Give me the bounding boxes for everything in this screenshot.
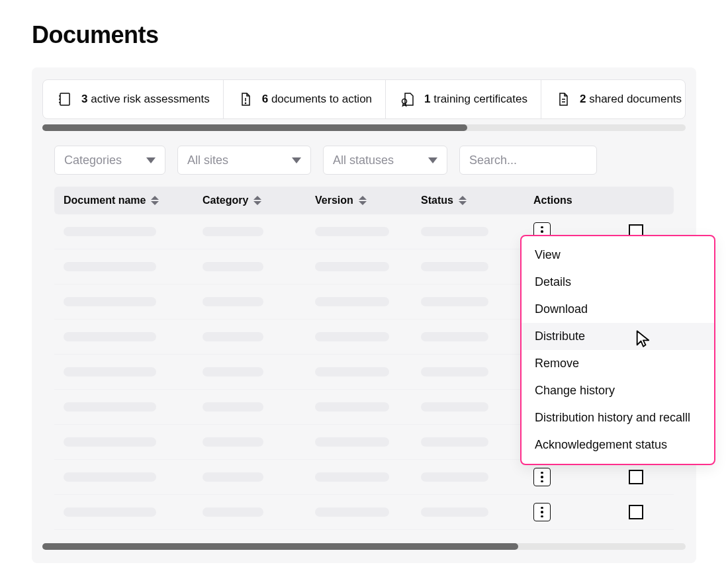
placeholder-doc-name (64, 402, 156, 412)
sort-icon (359, 196, 367, 205)
menu-item-details[interactable]: Details (522, 269, 714, 296)
placeholder-version (315, 297, 389, 306)
search-input[interactable] (459, 146, 597, 175)
sites-select[interactable]: All sites (177, 146, 311, 175)
placeholder-doc-name (64, 297, 156, 306)
chevron-down-icon (292, 157, 301, 163)
statuses-select[interactable]: All statuses (323, 146, 447, 175)
sort-icon (459, 196, 467, 205)
placeholder-version (315, 437, 389, 447)
placeholder-category (203, 227, 263, 236)
table-scrollbar-thumb[interactable] (42, 543, 518, 550)
statuses-select-label: All statuses (333, 153, 394, 167)
placeholder-category (203, 507, 263, 517)
col-header-document-name[interactable]: Document name (64, 195, 203, 206)
sites-select-label: All sites (187, 153, 228, 167)
document-alert-icon (237, 91, 254, 108)
menu-item-distribute[interactable]: Distribute (522, 323, 714, 350)
actions-context-menu: ViewDetailsDownloadDistributeRemoveChang… (520, 235, 715, 465)
placeholder-doc-name (64, 507, 156, 517)
menu-item-remove[interactable]: Remove (522, 350, 714, 377)
row-actions-button[interactable] (533, 468, 551, 486)
placeholder-category (203, 262, 263, 271)
placeholder-status (421, 402, 488, 412)
placeholder-doc-name (64, 367, 156, 376)
menu-item-distribution-history-and-recalll[interactable]: Distribution history and recalll (522, 404, 714, 431)
stat-card-documents-to-action[interactable]: 6 documents to action (224, 80, 386, 118)
stat-scrollbar-thumb[interactable] (42, 124, 467, 131)
placeholder-doc-name (64, 332, 156, 341)
row-checkbox[interactable] (629, 470, 643, 484)
placeholder-status (421, 332, 488, 341)
certificate-icon (399, 91, 416, 108)
placeholder-doc-name (64, 472, 156, 482)
stat-cards-row: 3 active risk assessments 6 documents to… (42, 79, 686, 119)
placeholder-status (421, 507, 488, 517)
placeholder-version (315, 472, 389, 482)
placeholder-category (203, 472, 263, 482)
notebook-icon (56, 91, 73, 108)
table-row (54, 495, 674, 530)
table-scrollbar-track[interactable] (42, 543, 686, 550)
stat-card-training-certificates[interactable]: 1 training certificates (386, 80, 541, 118)
row-checkbox[interactable] (629, 505, 643, 519)
placeholder-doc-name (64, 437, 156, 447)
placeholder-category (203, 297, 263, 306)
placeholder-category (203, 367, 263, 376)
placeholder-status (421, 472, 488, 482)
stat-scrollbar-track[interactable] (42, 124, 686, 131)
placeholder-category (203, 332, 263, 341)
placeholder-version (315, 402, 389, 412)
svg-point-5 (245, 103, 246, 103)
row-actions-button[interactable] (533, 503, 551, 521)
svg-rect-0 (60, 93, 69, 105)
categories-select[interactable]: Categories (54, 146, 165, 175)
menu-item-download[interactable]: Download (522, 296, 714, 323)
placeholder-version (315, 227, 389, 236)
placeholder-version (315, 332, 389, 341)
table-header: Document name Category Version Status Ac… (54, 187, 674, 214)
stat-text: 6 documents to action (262, 93, 372, 106)
placeholder-status (421, 437, 488, 447)
col-header-status[interactable]: Status (421, 195, 533, 206)
stat-card-shared-documents[interactable]: 2 shared documents (541, 80, 686, 118)
placeholder-version (315, 262, 389, 271)
stat-text: 1 training certificates (424, 93, 527, 106)
menu-item-view[interactable]: View (522, 241, 714, 269)
document-icon (555, 91, 572, 108)
placeholder-status (421, 297, 488, 306)
stat-text: 3 active risk assessments (81, 93, 210, 106)
stat-card-risk-assessments[interactable]: 3 active risk assessments (43, 80, 224, 118)
placeholder-version (315, 507, 389, 517)
placeholder-category (203, 402, 263, 412)
chevron-down-icon (428, 157, 437, 163)
categories-select-label: Categories (64, 153, 122, 167)
placeholder-doc-name (64, 262, 156, 271)
col-header-category[interactable]: Category (203, 195, 315, 206)
page-title: Documents (32, 21, 696, 49)
chevron-down-icon (146, 157, 156, 163)
col-header-actions: Actions (533, 195, 646, 206)
placeholder-status (421, 367, 488, 376)
placeholder-category (203, 437, 263, 447)
menu-item-change-history[interactable]: Change history (522, 377, 714, 404)
sort-icon (151, 196, 159, 205)
col-header-version[interactable]: Version (315, 195, 421, 206)
menu-item-acknowledgement-status[interactable]: Acknowledgement status (522, 431, 714, 459)
stat-text: 2 shared documents (580, 93, 682, 106)
placeholder-status (421, 262, 488, 271)
svg-point-6 (402, 99, 407, 104)
placeholder-status (421, 227, 488, 236)
placeholder-version (315, 367, 389, 376)
sort-icon (253, 196, 261, 205)
placeholder-doc-name (64, 227, 156, 236)
